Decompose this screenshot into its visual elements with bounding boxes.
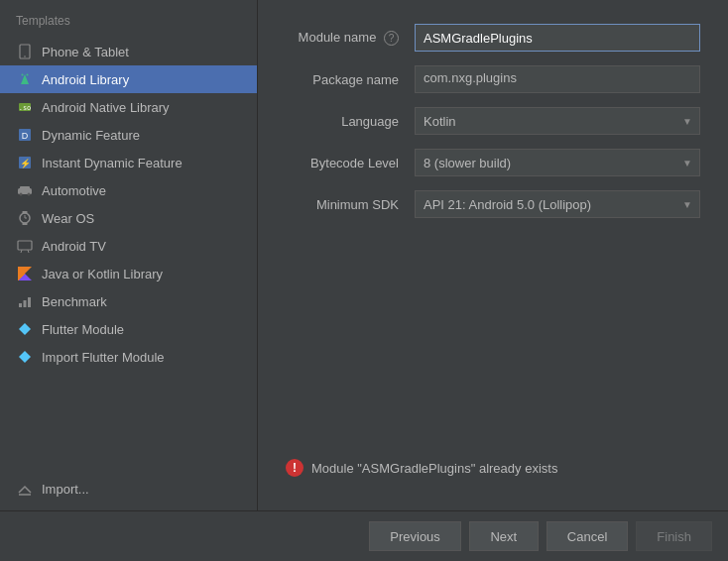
min-sdk-label: Minimum SDK: [286, 197, 415, 212]
svg-rect-24: [24, 300, 27, 307]
package-name-label: Package name: [286, 72, 415, 87]
svg-rect-16: [23, 223, 28, 226]
bytecode-level-row: Bytecode Level 8 (slower build) 7 ▼: [286, 149, 700, 176]
sidebar-item-automotive[interactable]: Automotive: [0, 176, 257, 204]
bytecode-select-wrapper: 8 (slower build) 7 ▼: [415, 149, 700, 176]
sidebar-item-wear-os[interactable]: Wear OS: [0, 204, 257, 232]
sidebar-item-import-flutter-module[interactable]: Import Flutter Module: [0, 343, 257, 371]
svg-text:⚡: ⚡: [20, 158, 32, 169]
sidebar-item-android-native-library[interactable]: .so Android Native Library: [0, 93, 257, 121]
sidebar-item-android-tv[interactable]: Android TV: [0, 232, 257, 260]
svg-point-2: [22, 74, 24, 76]
sidebar-item-label: Dynamic Feature: [42, 128, 140, 143]
main-content: Module name ? Package name com.nxg.plugi…: [258, 0, 728, 510]
sidebar-title: Templates: [0, 8, 257, 38]
automotive-icon: [16, 181, 34, 199]
min-sdk-row: Minimum SDK API 21: Android 5.0 (Lollipo…: [286, 190, 700, 218]
error-icon: !: [286, 459, 303, 477]
dynamic-icon: D: [16, 126, 34, 144]
sidebar-item-label: Wear OS: [42, 211, 94, 226]
next-button[interactable]: Next: [469, 521, 539, 551]
tv-icon: [16, 237, 34, 255]
finish-button[interactable]: Finish: [636, 521, 712, 551]
svg-point-3: [27, 74, 29, 76]
new-module-dialog: Templates Phone & Tablet: [0, 0, 728, 561]
benchmark-icon: [16, 292, 34, 310]
error-message: ! Module "ASMGradlePlugins" already exis…: [286, 459, 557, 477]
previous-button[interactable]: Previous: [369, 521, 461, 551]
sidebar-item-instant-dynamic-feature[interactable]: ⚡ Instant Dynamic Feature: [0, 149, 257, 176]
svg-marker-22: [18, 267, 32, 280]
phone-icon: [16, 43, 34, 60]
module-name-help-icon[interactable]: ?: [384, 31, 399, 46]
svg-rect-11: [20, 186, 30, 190]
module-name-label: Module name ?: [286, 30, 415, 46]
svg-text:.so: .so: [19, 104, 32, 112]
svg-point-13: [28, 193, 31, 196]
import-icon: [16, 480, 34, 498]
sidebar-item-benchmark[interactable]: Benchmark: [0, 287, 257, 315]
sidebar-item-kotlin-library[interactable]: Java or Kotlin Library: [0, 260, 257, 287]
min-sdk-select-wrapper: API 21: Android 5.0 (Lollipop) API 22 AP…: [415, 190, 700, 218]
module-name-input[interactable]: [415, 24, 700, 52]
sidebar-item-label: Automotive: [42, 183, 106, 198]
sidebar-item-flutter-module[interactable]: Flutter Module: [0, 315, 257, 343]
svg-rect-15: [23, 211, 28, 214]
sidebar-item-label: Phone & Tablet: [42, 45, 129, 59]
bytecode-level-label: Bytecode Level: [286, 156, 415, 170]
bytecode-select[interactable]: 8 (slower build) 7: [415, 149, 700, 176]
sidebar-item-android-library[interactable]: Android Library: [0, 65, 257, 93]
svg-rect-23: [19, 303, 22, 307]
sidebar-item-dynamic-feature[interactable]: D Dynamic Feature: [0, 121, 257, 149]
error-text: Module "ASMGradlePlugins" already exists: [311, 461, 557, 476]
svg-point-12: [20, 193, 23, 196]
cancel-button[interactable]: Cancel: [546, 521, 628, 551]
kotlin-icon: [16, 265, 34, 282]
package-name-row: Package name com.nxg.plugins: [286, 65, 700, 93]
language-row: Language Kotlin Java ▼: [286, 107, 700, 135]
svg-rect-19: [18, 241, 32, 250]
svg-marker-27: [19, 351, 31, 363]
sidebar-item-phone-tablet[interactable]: Phone & Tablet: [0, 38, 257, 65]
svg-rect-25: [28, 297, 31, 307]
sidebar: Templates Phone & Tablet: [0, 0, 258, 510]
dialog-body: Templates Phone & Tablet: [0, 0, 728, 510]
native-lib-icon: .so: [16, 98, 34, 116]
dialog-footer: Previous Next Cancel Finish: [0, 510, 728, 561]
sidebar-item-label: Java or Kotlin Library: [42, 267, 163, 281]
sidebar-item-label: Android TV: [42, 239, 106, 254]
svg-marker-26: [19, 323, 31, 335]
flutter-module-icon: [16, 320, 34, 338]
sidebar-item-label: Android Native Library: [42, 100, 170, 115]
sidebar-item-import[interactable]: Import...: [0, 475, 257, 503]
sidebar-item-label: Android Library: [42, 72, 129, 87]
android-lib-icon: [16, 70, 34, 88]
sidebar-item-label: Benchmark: [42, 294, 107, 309]
svg-point-1: [24, 56, 26, 57]
module-name-row: Module name ?: [286, 24, 700, 52]
language-label: Language: [286, 114, 415, 129]
sidebar-item-label: Import Flutter Module: [42, 350, 165, 365]
sidebar-item-label: Flutter Module: [42, 322, 124, 337]
instant-icon: ⚡: [16, 154, 34, 171]
min-sdk-select[interactable]: API 21: Android 5.0 (Lollipop) API 22 AP…: [415, 190, 700, 218]
error-area: ! Module "ASMGradlePlugins" already exis…: [286, 232, 700, 487]
wear-icon: [16, 209, 34, 227]
sidebar-item-label: Instant Dynamic Feature: [42, 156, 182, 170]
package-name-value: com.nxg.plugins: [415, 65, 700, 93]
sidebar-import-label: Import...: [42, 482, 89, 497]
import-flutter-icon: [16, 348, 34, 366]
language-select[interactable]: Kotlin Java: [415, 107, 700, 135]
svg-text:D: D: [22, 131, 29, 141]
language-select-wrapper: Kotlin Java ▼: [415, 107, 700, 135]
